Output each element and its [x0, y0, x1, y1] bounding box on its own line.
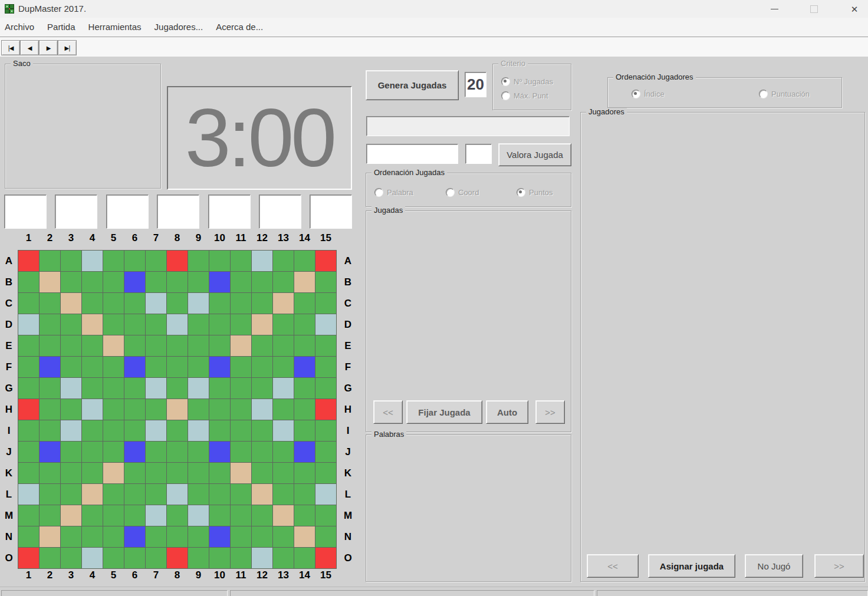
board-cell-B6[interactable] — [124, 272, 145, 292]
board-cell-B9[interactable] — [188, 272, 209, 292]
board-cell-H3[interactable] — [61, 399, 81, 420]
board-cell-B15[interactable] — [315, 272, 336, 292]
board-cell-A7[interactable] — [146, 251, 166, 271]
board-cell-F4[interactable] — [82, 357, 103, 377]
board-cell-D11[interactable] — [231, 314, 251, 335]
board-cell-K15[interactable] — [315, 463, 336, 483]
jugadores-next-button[interactable]: >> — [814, 554, 864, 578]
board-cell-J9[interactable] — [188, 442, 209, 462]
orden-puntuacion-radio[interactable]: Puntuación — [759, 90, 810, 98]
jugadores-prev-button[interactable]: << — [587, 554, 639, 578]
board-cell-M1[interactable] — [18, 505, 39, 526]
board-cell-E11[interactable] — [231, 335, 251, 356]
asignar-jugada-button[interactable]: Asignar jugada — [648, 554, 735, 578]
board-cell-F5[interactable] — [103, 357, 124, 377]
rack-slot-1[interactable] — [4, 195, 47, 229]
board-cell-C15[interactable] — [315, 293, 336, 314]
board-cell-M6[interactable] — [124, 505, 145, 526]
board-cell-M14[interactable] — [294, 505, 315, 526]
board-cell-K12[interactable] — [252, 463, 272, 483]
board-cell-G5[interactable] — [103, 378, 124, 399]
board-cell-B14[interactable] — [294, 272, 315, 292]
board-cell-E6[interactable] — [124, 335, 145, 356]
board-cell-L4[interactable] — [82, 484, 103, 505]
board-cell-C12[interactable] — [252, 293, 272, 314]
menu-partida[interactable]: Partida — [41, 18, 82, 37]
rack-slot-7[interactable] — [310, 195, 352, 229]
board-cell-D7[interactable] — [146, 314, 166, 335]
board-cell-N1[interactable] — [18, 526, 39, 547]
board-cell-F15[interactable] — [315, 357, 336, 377]
jugadores-list[interactable] — [586, 121, 859, 548]
board-cell-A12[interactable] — [252, 251, 272, 271]
board-cell-M4[interactable] — [82, 505, 103, 526]
board-cell-J2[interactable] — [40, 442, 60, 462]
board-cell-L10[interactable] — [209, 484, 230, 505]
board-cell-A8[interactable] — [167, 251, 188, 271]
no-jugo-button[interactable]: No Jugó — [745, 554, 803, 578]
board-cell-O14[interactable] — [294, 548, 315, 568]
move-result-field[interactable] — [366, 116, 570, 136]
board-cell-B7[interactable] — [146, 272, 166, 292]
board-cell-N14[interactable] — [294, 526, 315, 547]
board-cell-K5[interactable] — [103, 463, 124, 483]
board-cell-K14[interactable] — [294, 463, 315, 483]
board-cell-A3[interactable] — [61, 251, 81, 271]
board-cell-E13[interactable] — [273, 335, 294, 356]
board-cell-I7[interactable] — [146, 420, 166, 441]
board-cell-E8[interactable] — [167, 335, 188, 356]
board-cell-K13[interactable] — [273, 463, 294, 483]
board-cell-L8[interactable] — [167, 484, 188, 505]
criterio-njugadas-radio[interactable]: Nº Jugadas — [501, 77, 553, 86]
board-cell-D8[interactable] — [167, 314, 188, 335]
board-cell-K6[interactable] — [124, 463, 145, 483]
board-cell-J10[interactable] — [209, 442, 230, 462]
board-cell-H11[interactable] — [231, 399, 251, 420]
board-cell-E4[interactable] — [82, 335, 103, 356]
board-cell-H7[interactable] — [146, 399, 166, 420]
board-cell-I1[interactable] — [18, 420, 39, 441]
board-cell-G15[interactable] — [315, 378, 336, 399]
jugadas-next-button[interactable]: >> — [535, 400, 565, 424]
board-cell-O3[interactable] — [61, 548, 81, 568]
board-cell-I12[interactable] — [252, 420, 272, 441]
board-cell-I13[interactable] — [273, 420, 294, 441]
orden-coord-radio[interactable]: Coord — [446, 188, 479, 197]
board-cell-A5[interactable] — [103, 251, 124, 271]
board-cell-J1[interactable] — [18, 442, 39, 462]
board-cell-D4[interactable] — [82, 314, 103, 335]
board-cell-D9[interactable] — [188, 314, 209, 335]
board-cell-F8[interactable] — [167, 357, 188, 377]
board-cell-F10[interactable] — [209, 357, 230, 377]
board-cell-L15[interactable] — [315, 484, 336, 505]
board-cell-O11[interactable] — [231, 548, 251, 568]
board-cell-M3[interactable] — [61, 505, 81, 526]
board-cell-O7[interactable] — [146, 548, 166, 568]
menu-herramientas[interactable]: Herramientas — [82, 18, 148, 37]
rack-slot-5[interactable] — [208, 195, 251, 229]
board-cell-N7[interactable] — [146, 526, 166, 547]
minimize-button[interactable] — [761, 0, 788, 18]
board-cell-J11[interactable] — [231, 442, 251, 462]
board-cell-J6[interactable] — [124, 442, 145, 462]
nav-prev-button[interactable]: ◀ — [20, 40, 39, 55]
board-cell-O15[interactable] — [315, 548, 336, 568]
board-cell-B1[interactable] — [18, 272, 39, 292]
board-cell-L2[interactable] — [40, 484, 60, 505]
board-cell-N11[interactable] — [231, 526, 251, 547]
board-cell-K11[interactable] — [231, 463, 251, 483]
board-cell-K9[interactable] — [188, 463, 209, 483]
board-cell-E3[interactable] — [61, 335, 81, 356]
fijar-jugada-button[interactable]: Fijar Jugada — [406, 400, 482, 424]
board-cell-F12[interactable] — [252, 357, 272, 377]
board-cell-C2[interactable] — [40, 293, 60, 314]
board-cell-A11[interactable] — [231, 251, 251, 271]
board-cell-B10[interactable] — [209, 272, 230, 292]
rack-slot-2[interactable] — [55, 195, 97, 229]
genera-jugadas-button[interactable]: Genera Jugadas — [366, 70, 459, 100]
board-cell-G14[interactable] — [294, 378, 315, 399]
board-cell-N3[interactable] — [61, 526, 81, 547]
board-cell-K1[interactable] — [18, 463, 39, 483]
board-cell-G4[interactable] — [82, 378, 103, 399]
board-cell-G2[interactable] — [40, 378, 60, 399]
